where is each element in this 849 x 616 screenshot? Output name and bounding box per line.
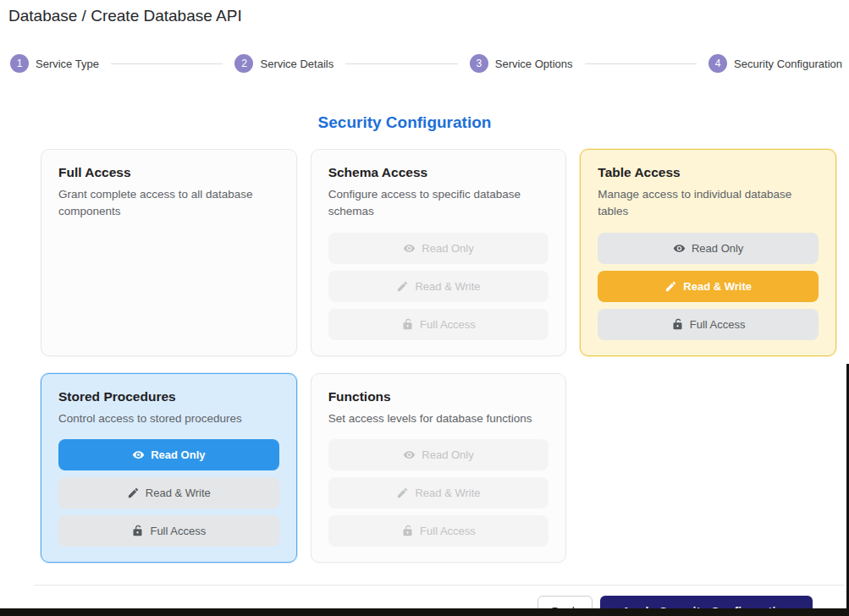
unlock-icon [401,318,414,331]
step-service-type[interactable]: 1 Service Type [10,54,99,73]
access-level-buttons: Read Only Read & Write Full Access [598,233,819,340]
card-description: Control access to stored procedures [58,410,279,427]
read-write-button-selected[interactable]: Read & Write [598,271,819,302]
read-write-button[interactable]: Read & Write [58,477,279,509]
pencil-icon [127,487,140,499]
card-description: Grant complete access to all database co… [58,186,279,221]
read-write-button[interactable]: Read & Write [328,271,549,302]
page-title: Database / Create Database API [8,7,242,25]
card-full-access[interactable]: Full Access Grant complete access to all… [41,149,297,356]
access-cards-grid: Full Access Grant complete access to all… [41,149,836,563]
step-number-badge: 3 [470,54,488,73]
button-label: Read & Write [415,487,480,499]
card-title: Full Access [58,165,279,180]
full-access-button[interactable]: Full Access [328,309,549,340]
step-security-configuration[interactable]: 4 Security Configuration [708,54,842,73]
pencil-icon [396,487,409,499]
button-label: Read Only [422,242,473,255]
access-level-buttons: Read Only Read & Write Full Access [328,439,549,547]
step-label: Service Options [495,58,573,70]
read-write-button[interactable]: Read & Write [328,477,549,509]
eye-icon [403,448,416,461]
read-only-button[interactable]: Read Only [598,233,819,264]
full-access-button[interactable]: Full Access [598,309,819,340]
card-title: Stored Procedures [58,389,279,404]
card-title: Functions [328,389,549,404]
eye-icon [132,448,145,461]
button-label: Read Only [151,448,205,461]
button-label: Full Access [690,318,746,331]
button-label: Read & Write [415,280,480,293]
card-schema-access[interactable]: Schema Access Configure access to specif… [311,149,567,356]
read-only-button-selected[interactable]: Read Only [58,439,279,470]
button-label: Full Access [420,318,476,331]
button-label: Full Access [150,525,206,537]
card-table-access[interactable]: Table Access Manage access to individual… [580,149,836,356]
access-level-buttons: Read Only Read & Write Full Access [58,439,279,547]
pencil-icon [396,280,409,293]
card-description: Manage access to individual database tab… [598,186,819,221]
step-connector [585,63,697,64]
unlock-icon [131,525,144,537]
eye-icon [403,242,416,255]
card-description: Set access levels for database functions [328,410,549,427]
card-stored-procedures[interactable]: Stored Procedures Control access to stor… [41,373,297,563]
eye-icon [673,242,686,255]
access-level-buttons: Read Only Read & Write Full Access [328,233,549,340]
pencil-icon [664,280,677,293]
step-service-details[interactable]: 2 Service Details [234,54,334,73]
card-functions[interactable]: Functions Set access levels for database… [311,373,567,563]
footer-divider [34,585,844,586]
card-title: Schema Access [328,165,549,180]
step-label: Service Type [36,58,99,70]
full-access-button[interactable]: Full Access [328,515,549,547]
button-label: Read & Write [146,487,211,499]
read-only-button[interactable]: Read Only [328,439,549,470]
card-description: Configure access to specific database sc… [328,186,549,221]
step-number-badge: 4 [708,54,727,73]
step-number-badge: 1 [10,54,29,73]
unlock-icon [401,525,414,537]
button-label: Read Only [692,242,743,255]
button-label: Read Only [422,448,473,461]
wizard-stepper: 1 Service Type 2 Service Details 3 Servi… [10,54,842,73]
full-access-button[interactable]: Full Access [58,515,279,547]
step-service-options[interactable]: 3 Service Options [470,54,573,73]
step-label: Security Configuration [734,58,842,70]
step-connector [111,63,223,64]
section-title: Security Configuration [41,113,769,132]
step-number-badge: 2 [234,54,253,73]
step-connector [345,63,458,64]
button-label: Full Access [420,525,476,537]
button-label: Read & Write [683,280,752,293]
unlock-icon [671,318,684,331]
card-title: Table Access [598,165,819,180]
read-only-button[interactable]: Read Only [328,233,549,264]
step-label: Service Details [260,58,334,70]
window-bottom-bar [0,608,849,616]
